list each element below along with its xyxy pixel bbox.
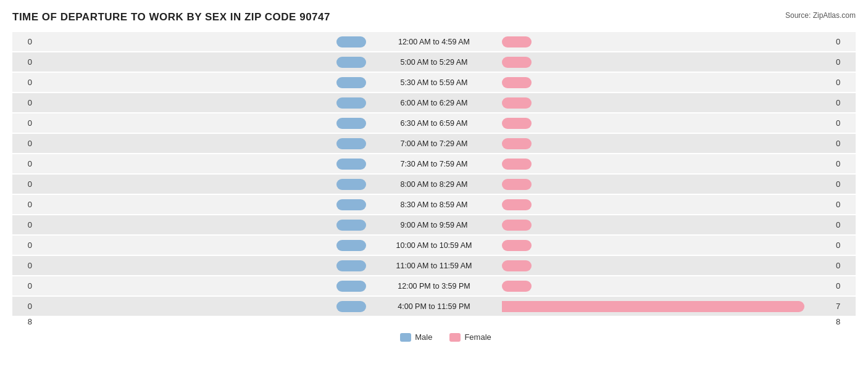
right-value: 0 [832, 179, 856, 189]
axis-left-label: 8 [12, 317, 36, 326]
female-bar [502, 118, 532, 129]
female-bar [502, 301, 804, 312]
right-bars [502, 56, 832, 68]
chart-container: TIME OF DEPARTURE TO WORK BY SEX IN ZIP … [0, 0, 868, 367]
right-value: 0 [832, 57, 856, 67]
male-label: Male [415, 332, 432, 342]
left-bars [36, 56, 366, 68]
time-label: 9:00 AM to 9:59 AM [366, 221, 502, 229]
female-swatch [449, 333, 461, 342]
left-bars [36, 138, 366, 150]
right-bars [502, 76, 832, 89]
bar-row: 0 5:00 AM to 5:29 AM 0 [12, 52, 856, 72]
right-bars [502, 260, 832, 272]
male-bar [336, 36, 366, 47]
time-label: 4:00 PM to 11:59 PM [366, 302, 502, 311]
axis-right-label: 8 [832, 317, 856, 326]
right-value: 0 [832, 78, 856, 87]
right-value: 0 [832, 281, 856, 291]
right-bars [502, 280, 832, 292]
right-value: 0 [832, 220, 856, 229]
right-value: 7 [832, 302, 856, 311]
female-bar [502, 220, 532, 231]
bar-row: 0 12:00 AM to 4:59 AM 0 [12, 32, 856, 51]
right-bars [502, 199, 832, 211]
male-swatch [400, 333, 411, 342]
right-value: 0 [832, 98, 856, 107]
right-value: 0 [832, 139, 856, 148]
female-bar [502, 97, 532, 109]
bar-row: 0 9:00 AM to 9:59 AM 0 [12, 215, 856, 234]
left-value: 0 [12, 281, 36, 291]
male-bar [336, 220, 366, 231]
bar-row: 0 6:00 AM to 6:29 AM 0 [12, 93, 856, 112]
left-bars [36, 239, 366, 252]
female-bar [502, 260, 532, 271]
left-bars [36, 199, 366, 211]
male-bar [336, 159, 366, 170]
source-text: Source: ZipAtlas.com [785, 11, 856, 20]
left-value: 0 [12, 179, 36, 189]
right-bars [502, 239, 832, 252]
male-bar [336, 179, 366, 190]
bar-row: 0 6:30 AM to 6:59 AM 0 [12, 113, 856, 133]
time-label: 5:00 AM to 5:29 AM [366, 58, 502, 67]
left-bars [36, 97, 366, 109]
female-bar [502, 179, 532, 190]
right-value: 0 [832, 37, 856, 46]
time-label: 8:30 AM to 8:59 AM [366, 200, 502, 209]
female-bar [502, 138, 532, 149]
female-bar [502, 240, 532, 251]
time-label: 10:00 AM to 10:59 AM [366, 241, 502, 250]
left-bars [36, 219, 366, 231]
left-value: 0 [12, 241, 36, 250]
male-bar [336, 240, 366, 251]
right-value: 0 [832, 261, 856, 270]
left-value: 0 [12, 220, 36, 229]
legend-row: Male Female [12, 332, 856, 342]
left-bars [36, 117, 366, 130]
left-bars [36, 280, 366, 292]
male-bar [336, 301, 366, 312]
left-value: 0 [12, 200, 36, 209]
right-bars [502, 117, 832, 130]
female-bar [502, 57, 532, 68]
time-label: 6:30 AM to 6:59 AM [366, 119, 502, 128]
time-label: 6:00 AM to 6:29 AM [366, 99, 502, 107]
left-bars [36, 158, 366, 170]
time-label: 7:00 AM to 7:29 AM [366, 139, 502, 148]
right-bars [502, 36, 832, 48]
chart-title: TIME OF DEPARTURE TO WORK BY SEX IN ZIP … [12, 11, 330, 23]
left-bars [36, 76, 366, 89]
female-bar [502, 199, 532, 210]
left-value: 0 [12, 159, 36, 168]
right-bars [502, 178, 832, 191]
bar-row: 0 12:00 PM to 3:59 PM 0 [12, 276, 856, 295]
time-label: 7:30 AM to 7:59 AM [366, 160, 502, 168]
right-bars [502, 138, 832, 150]
rows-area: 0 12:00 AM to 4:59 AM 0 0 5:00 AM to 5:2… [12, 32, 856, 316]
right-value: 0 [832, 118, 856, 128]
left-value: 0 [12, 139, 36, 148]
time-label: 12:00 AM to 4:59 AM [366, 38, 502, 46]
title-row: TIME OF DEPARTURE TO WORK BY SEX IN ZIP … [12, 11, 856, 23]
right-bars [502, 300, 832, 313]
female-bar [502, 77, 532, 88]
right-value: 0 [832, 241, 856, 250]
male-bar [336, 281, 366, 292]
bar-row: 0 5:30 AM to 5:59 AM 0 [12, 73, 856, 92]
male-bar [336, 138, 366, 149]
left-value: 0 [12, 78, 36, 87]
legend-area: Male Female [36, 332, 856, 342]
bar-row: 0 8:00 AM to 8:29 AM 0 [12, 175, 856, 194]
bar-row: 0 10:00 AM to 10:59 AM 0 [12, 236, 856, 255]
male-bar [336, 260, 366, 271]
left-bars [36, 178, 366, 191]
right-bars [502, 97, 832, 109]
axis-numbers-row: 8 8 [12, 317, 856, 326]
right-bars [502, 219, 832, 231]
time-label: 12:00 PM to 3:59 PM [366, 282, 502, 291]
right-bars [502, 158, 832, 170]
time-label: 11:00 AM to 11:59 AM [366, 262, 502, 270]
left-bars [36, 260, 366, 272]
